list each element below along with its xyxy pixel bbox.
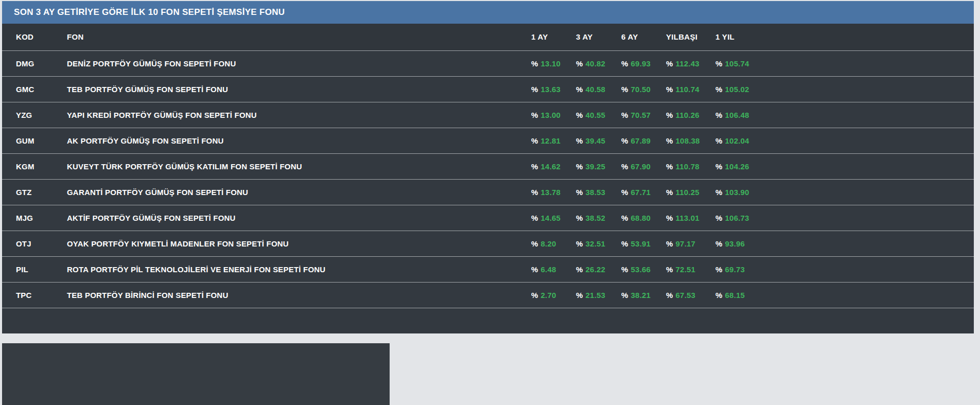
percent-sign: %	[576, 188, 583, 197]
percent-sign: %	[531, 111, 538, 119]
percent-sign: %	[715, 136, 723, 145]
col-header-kod: KOD	[2, 24, 67, 50]
table-row[interactable]: DMG DENİZ PORTFÖY GÜMÜŞ FON SEPETİ FONU …	[2, 50, 974, 76]
fund-code: MJG	[2, 205, 67, 231]
fund-name: AK PORTFÖY GÜMÜŞ FON SEPETİ FONU	[67, 128, 531, 153]
return-1yil: %93.96	[715, 231, 974, 256]
return-value: 40.55	[586, 111, 606, 119]
table-row[interactable]: GTZ GARANTİ PORTFÖY GÜMÜŞ FON SEPETİ FON…	[2, 179, 974, 205]
table-row[interactable]: GUM AK PORTFÖY GÜMÜŞ FON SEPETİ FONU %12…	[2, 128, 974, 153]
percent-sign: %	[715, 188, 723, 197]
return-6ay: %69.93	[621, 50, 666, 76]
return-value: 67.53	[676, 291, 696, 300]
percent-sign: %	[576, 214, 583, 222]
table-row[interactable]: KGM KUVEYT TÜRK PORTFÖY GÜMÜŞ KATILIM FO…	[2, 153, 974, 179]
return-6ay: %67.71	[621, 179, 666, 205]
percent-sign: %	[621, 85, 628, 94]
table-row[interactable]: MJG AKTİF PORTFÖY GÜMÜŞ FON SEPETİ FONU …	[2, 205, 974, 231]
table-row[interactable]: OTJ OYAK PORTFÖY KIYMETLİ MADENLER FON S…	[2, 231, 974, 256]
percent-sign: %	[715, 59, 723, 68]
return-3ay: %21.53	[576, 282, 621, 308]
percent-sign: %	[666, 111, 673, 119]
table-row[interactable]: GMC TEB PORTFÖY GÜMÜŞ FON SEPETİ FONU %1…	[2, 76, 974, 102]
fund-name: TEB PORTFÖY BİRİNCİ FON SEPETİ FONU	[67, 282, 531, 308]
fund-name: AKTİF PORTFÖY GÜMÜŞ FON SEPETİ FONU	[67, 205, 531, 231]
percent-sign: %	[621, 111, 628, 119]
return-1ay: %14.65	[531, 205, 576, 231]
fund-code: YZG	[2, 102, 67, 128]
return-3ay: %26.22	[576, 256, 621, 282]
return-1ay: %13.78	[531, 179, 576, 205]
return-value: 70.50	[631, 85, 651, 94]
fund-code: OTJ	[2, 231, 67, 256]
return-value: 26.22	[586, 265, 606, 274]
percent-sign: %	[621, 188, 628, 197]
return-value: 68.15	[725, 291, 745, 300]
return-value: 104.26	[725, 162, 749, 171]
return-value: 38.52	[586, 214, 606, 222]
return-1yil: %104.26	[715, 153, 974, 179]
return-value: 2.70	[541, 291, 556, 300]
return-1ay: %13.63	[531, 76, 576, 102]
return-value: 53.66	[631, 265, 651, 274]
return-1yil: %106.73	[715, 205, 974, 231]
return-value: 40.82	[586, 59, 606, 68]
percent-sign: %	[621, 136, 628, 145]
percent-sign: %	[715, 291, 723, 300]
return-1yil: %103.90	[715, 179, 974, 205]
fund-code: TPC	[2, 282, 67, 308]
return-6ay: %70.57	[621, 102, 666, 128]
return-value: 67.89	[631, 136, 651, 145]
return-6ay: %70.50	[621, 76, 666, 102]
return-yilbasi: %67.53	[666, 282, 715, 308]
return-value: 110.25	[676, 188, 699, 197]
percent-sign: %	[531, 85, 538, 94]
return-value: 39.25	[586, 162, 606, 171]
return-6ay: %67.89	[621, 128, 666, 153]
col-header-fon: FON	[67, 24, 531, 50]
table-row[interactable]: PIL ROTA PORTFÖY PİL TEKNOLOJİLERİ VE EN…	[2, 256, 974, 282]
return-value: 103.90	[725, 188, 749, 197]
return-6ay: %38.21	[621, 282, 666, 308]
return-yilbasi: %72.51	[666, 256, 715, 282]
table-row[interactable]: TPC TEB PORTFÖY BİRİNCİ FON SEPETİ FONU …	[2, 282, 974, 308]
return-value: 13.10	[541, 59, 561, 68]
table-row[interactable]: YZG YAPI KREDİ PORTFÖY GÜMÜŞ FON SEPETİ …	[2, 102, 974, 128]
col-header-1ay: 1 AY	[531, 24, 576, 50]
percent-sign: %	[666, 265, 673, 274]
return-3ay: %38.52	[576, 205, 621, 231]
percent-sign: %	[531, 162, 538, 171]
return-3ay: %40.82	[576, 50, 621, 76]
return-value: 112.43	[676, 59, 699, 68]
fund-code: KGM	[2, 153, 67, 179]
return-value: 105.02	[725, 85, 749, 94]
return-1ay: %13.10	[531, 50, 576, 76]
return-1ay: %2.70	[531, 282, 576, 308]
table-header: KOD FON 1 AY 3 AY 6 AY YILBAŞI 1 YIL	[2, 24, 974, 50]
return-value: 67.90	[631, 162, 651, 171]
percent-sign: %	[715, 239, 723, 248]
col-header-yilbasi: YILBAŞI	[666, 24, 715, 50]
return-yilbasi: %113.01	[666, 205, 715, 231]
percent-sign: %	[666, 214, 673, 222]
return-value: 105.74	[725, 59, 749, 68]
percent-sign: %	[666, 136, 673, 145]
return-value: 13.00	[541, 111, 561, 119]
percent-sign: %	[531, 136, 538, 145]
percent-sign: %	[531, 265, 538, 274]
percent-sign: %	[576, 291, 583, 300]
percent-sign: %	[666, 291, 673, 300]
return-1ay: %13.00	[531, 102, 576, 128]
return-1ay: %14.62	[531, 153, 576, 179]
return-value: 102.04	[725, 136, 749, 145]
return-value: 12.81	[541, 136, 561, 145]
return-value: 53.91	[631, 239, 651, 248]
return-3ay: %40.55	[576, 102, 621, 128]
return-value: 38.21	[631, 291, 651, 300]
return-3ay: %32.51	[576, 231, 621, 256]
fund-name: OYAK PORTFÖY KIYMETLİ MADENLER FON SEPET…	[67, 231, 531, 256]
percent-sign: %	[715, 265, 723, 274]
percent-sign: %	[576, 265, 583, 274]
page: SON 3 AY GETİRİYE GÖRE İLK 10 FON SEPETİ…	[0, 0, 980, 405]
percent-sign: %	[531, 214, 538, 222]
